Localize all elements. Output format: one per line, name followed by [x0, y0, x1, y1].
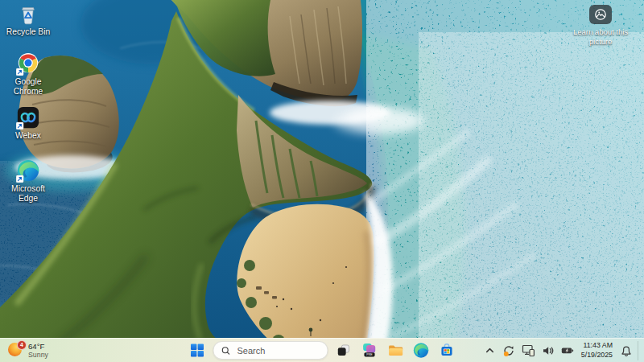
task-view-icon: [336, 342, 353, 359]
microsoft-edge-icon: [413, 342, 430, 359]
taskbar-center-group: PRE: [188, 339, 457, 362]
chevron-up-icon: [484, 344, 496, 356]
learn-about-picture-label: Learn about this picture: [565, 27, 636, 47]
speaker-icon: [542, 344, 555, 357]
picture-info-icon: [594, 8, 607, 21]
notification-center-button[interactable]: [618, 341, 634, 360]
battery-button[interactable]: [559, 341, 576, 360]
search-input[interactable]: [236, 345, 324, 356]
desktop-icon-webex[interactable]: Webex: [2, 105, 55, 141]
desktop-icon-microsoft-edge[interactable]: Microsoft Edge: [2, 158, 55, 204]
clock-button[interactable]: 11:43 AM 5/19/2025: [579, 341, 615, 360]
google-chrome-icon: [16, 51, 40, 76]
connected-device-button[interactable]: [520, 341, 537, 360]
desktop-icon-recycle-bin[interactable]: Recycle Bin: [2, 2, 55, 37]
weather-widget-button[interactable]: 4 64°F Sunny: [8, 342, 48, 359]
microsoft-store-icon: [439, 342, 456, 359]
sync-status-button[interactable]: [501, 341, 517, 360]
taskbar: 4 64°F Sunny: [0, 338, 644, 362]
copilot-button[interactable]: PRE: [360, 341, 380, 360]
microsoft-store-button[interactable]: [437, 341, 457, 360]
learn-about-picture-widget: Learn about this picture: [565, 5, 636, 47]
clock-time: 11:43 AM: [583, 341, 613, 350]
task-view-button[interactable]: [334, 341, 354, 360]
recycle-bin-icon: [16, 2, 40, 26]
search-icon: [221, 346, 231, 356]
weather-alert-badge: 4: [17, 340, 27, 350]
sync-icon: [502, 344, 515, 357]
weather-temperature: 64°F: [28, 342, 48, 351]
clock-date: 5/19/2025: [581, 351, 613, 360]
volume-button[interactable]: [540, 341, 556, 360]
desktop-icon-label: Microsoft Edge: [2, 184, 54, 204]
copilot-icon: PRE: [361, 342, 378, 359]
system-tray: 11:43 AM 5/19/2025: [482, 341, 642, 360]
learn-about-picture-button[interactable]: [589, 5, 612, 24]
wallpaper-image: [0, 0, 644, 362]
battery-icon: [561, 344, 574, 357]
tray-overflow-button[interactable]: [482, 341, 497, 360]
monitor-phone-icon: [522, 343, 535, 357]
start-button[interactable]: [188, 341, 208, 360]
windows-logo-icon: [191, 343, 204, 357]
desktop-icon-google-chrome[interactable]: Google Chrome: [2, 51, 55, 97]
webex-icon: [16, 105, 40, 130]
file-explorer-button[interactable]: [386, 341, 406, 360]
edge-taskbar-button[interactable]: [411, 341, 431, 360]
file-explorer-icon: [387, 342, 404, 359]
microsoft-edge-icon: [16, 158, 40, 183]
copilot-preview-badge: PRE: [366, 353, 373, 356]
weather-condition: Sunny: [28, 351, 48, 359]
bell-icon: [620, 344, 633, 357]
taskbar-search-box[interactable]: [213, 341, 328, 360]
desktop-icon-label: Google Chrome: [2, 77, 54, 97]
desktop-icon-label: Recycle Bin: [6, 27, 50, 37]
show-desktop-button[interactable]: [638, 341, 642, 360]
desktop-icon-label: Webex: [15, 131, 41, 141]
